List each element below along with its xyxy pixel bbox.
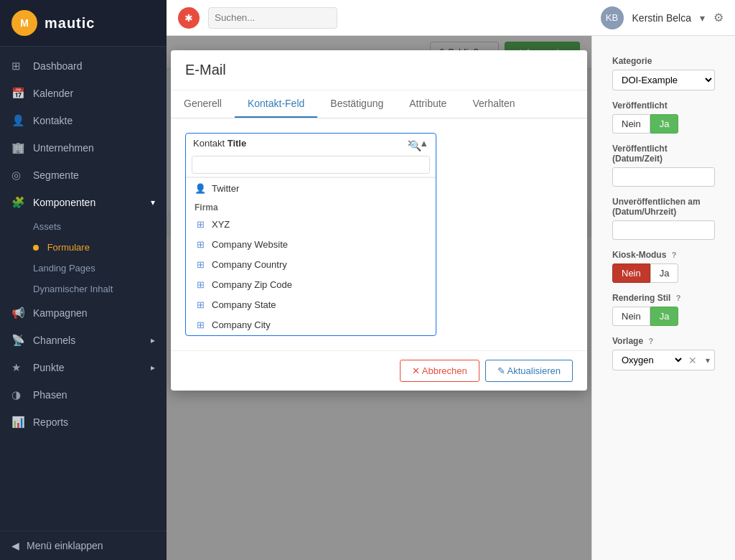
sidebar-label-punkte: Punkte — [33, 362, 65, 373]
veroeffentlicht-toggle: Nein Ja — [612, 114, 715, 134]
right-panel: Kategorie DOI-Example Veröffentlicht Nei… — [591, 36, 735, 560]
dropdown-item-company-city[interactable]: ⊞ Company City — [186, 314, 436, 335]
select-search-input[interactable] — [192, 156, 430, 174]
cancel-button[interactable]: ✕ Abbrechen — [400, 360, 479, 382]
svg-text:M: M — [20, 17, 29, 29]
sidebar-item-phasen[interactable]: ◑ Phasen — [0, 381, 167, 409]
vorlage-label: Vorlage ? — [612, 336, 715, 346]
center-area: & Schließen ✓ Anwenden ✎ 🗑 ✎ Absenden ✎ — [167, 36, 591, 560]
tab-attribute[interactable]: Attribute — [396, 90, 459, 118]
kalender-icon: 📅 — [11, 87, 26, 100]
sidebar-item-reports[interactable]: 📊 Reports — [0, 409, 167, 436]
dropdown-item-xyz[interactable]: ⊞ XYZ — [186, 214, 436, 234]
kategorie-select[interactable]: DOI-Example — [612, 70, 715, 90]
sidebar-collapse-btn[interactable]: ◀ Menü einklappen — [0, 531, 167, 560]
logo-icon: M — [11, 10, 37, 36]
tab-bestaetigung[interactable]: Bestätigung — [317, 90, 396, 118]
kategorie-group: Kategorie DOI-Example — [612, 56, 715, 90]
veroeffentlicht-datum-label: Veröffentlicht (Datum/Zeit) — [612, 144, 715, 164]
dropdown-label-company-website: Company Website — [212, 239, 288, 250]
sidebar-label-dynamischer-inhalt: Dynamischer Inhalt — [33, 284, 113, 294]
dropdown-item-company-zip[interactable]: ⊞ Company Zip Code — [186, 274, 436, 294]
dashboard-icon: ⊞ — [11, 60, 26, 73]
search-input[interactable] — [208, 7, 337, 29]
user-dropdown-icon[interactable]: ▾ — [700, 12, 705, 24]
rendering-toggle: Nein Ja — [612, 307, 715, 326]
sidebar-label-formulare: Formulare — [47, 242, 90, 253]
tab-kontakt-feld[interactable]: Kontakt-Feld — [235, 90, 317, 118]
dropdown-item-twitter[interactable]: 👤 Twitter — [186, 178, 436, 198]
search-icon: 🔍 — [409, 140, 421, 151]
vorlage-clear-icon[interactable]: ✕ — [684, 355, 701, 366]
reports-icon: 📊 — [11, 416, 26, 429]
sidebar-submenu-komponenten: Assets Formulare Landing Pages Dynamisch… — [0, 216, 167, 299]
sidebar-label-kontakte: Kontakte — [33, 115, 72, 126]
tab-generell[interactable]: Generell — [171, 90, 235, 118]
sidebar-item-channels[interactable]: 📡 Channels ▸ — [0, 327, 167, 354]
rendering-ja-btn[interactable]: Ja — [650, 307, 679, 326]
select-value: Title — [228, 138, 247, 149]
sidebar: M mautic ⊞ Dashboard 📅 Kalender 👤 Kontak… — [0, 0, 167, 560]
main-area: ✱ KB Kerstin Belca ▾ ⚙ & Schließen ✓ Anw… — [167, 0, 735, 560]
komponenten-icon: 🧩 — [11, 196, 26, 209]
unternehmen-icon: 🏢 — [11, 141, 26, 154]
user-name[interactable]: Kerstin Belca — [632, 12, 691, 24]
sidebar-label-channels: Channels — [33, 335, 75, 346]
sidebar-item-dashboard[interactable]: ⊞ Dashboard — [0, 52, 167, 80]
dropdown-label-company-city: Company City — [212, 319, 271, 330]
gear-icon[interactable]: ⚙ — [713, 11, 724, 24]
sidebar-item-segmente[interactable]: ◎ Segmente — [0, 162, 167, 189]
vorlage-select[interactable]: Oxygen — [613, 350, 684, 370]
rendering-help-icon[interactable]: ? — [676, 294, 681, 302]
dropdown-item-company-country[interactable]: ⊞ Company Country — [186, 254, 436, 274]
sidebar-item-assets[interactable]: Assets — [33, 216, 167, 237]
sidebar-item-dynamischer-inhalt[interactable]: Dynamischer Inhalt — [33, 279, 167, 299]
sidebar-label-reports: Reports — [33, 416, 68, 428]
veroeffentlicht-nein-btn[interactable]: Nein — [612, 114, 650, 134]
sidebar-item-formulare[interactable]: Formulare — [33, 237, 167, 258]
sidebar-label-phasen: Phasen — [33, 389, 67, 401]
dropdown-item-company-phone[interactable]: ⊞ Company Phone — [186, 335, 436, 335]
veroeffentlicht-label: Veröffentlicht — [612, 101, 715, 111]
tab-verhalten[interactable]: Verhalten — [459, 90, 528, 118]
avatar: KB — [601, 6, 624, 29]
sidebar-label-dashboard: Dashboard — [33, 60, 83, 72]
sidebar-label-segmente: Segmente — [33, 169, 79, 181]
vorlage-dropdown-icon[interactable]: ▾ — [701, 355, 714, 365]
sidebar-item-unternehmen[interactable]: 🏢 Unternehmen — [0, 134, 167, 162]
sidebar-item-punkte[interactable]: ★ Punkte ▸ — [0, 354, 167, 381]
kiosk-ja-btn[interactable]: Ja — [650, 263, 679, 283]
punkte-icon: ★ — [11, 361, 26, 374]
rendering-nein-btn[interactable]: Nein — [612, 307, 650, 326]
sidebar-item-komponenten[interactable]: 🧩 Komponenten ▾ — [0, 189, 167, 216]
dropdown-item-company-state[interactable]: ⊞ Company State — [186, 294, 436, 314]
person-icon: 👤 — [195, 182, 206, 194]
veroeffentlicht-ja-btn[interactable]: Ja — [650, 114, 679, 134]
sidebar-item-kampagnen[interactable]: 📢 Kampagnen — [0, 299, 167, 327]
select-label: Kontakt — [193, 138, 225, 149]
kiosk-nein-btn[interactable]: Nein — [612, 263, 650, 283]
sidebar-label-landing-pages: Landing Pages — [33, 263, 95, 274]
vorlage-group: Vorlage ? Oxygen ✕ ▾ — [612, 336, 715, 370]
unveroffentlicht-input[interactable] — [612, 220, 715, 240]
grid-icon-country: ⊞ — [195, 258, 206, 270]
dropdown-label-company-country: Company Country — [212, 259, 287, 270]
sidebar-item-kontakte[interactable]: 👤 Kontakte — [0, 107, 167, 134]
sidebar-item-landing-pages[interactable]: Landing Pages — [33, 258, 167, 279]
dropdown-label-company-state: Company State — [212, 299, 276, 310]
contact-field-select[interactable]: Kontakt Title ✕ ▲ 🔍 — [185, 133, 436, 336]
unveroffentlicht-group: Unveröffentlichen am (Datum/Uhrzeit) — [612, 197, 715, 240]
modal-footer: ✕ Abbrechen ✎ Aktualisieren — [171, 350, 587, 391]
modal-header: E-Mail — [171, 50, 587, 90]
veroeffentlicht-datum-input[interactable] — [612, 167, 715, 187]
dropdown-item-company-website[interactable]: ⊞ Company Website — [186, 234, 436, 254]
sidebar-footer-label: Menü einklappen — [27, 540, 103, 551]
vorlage-help-icon[interactable]: ? — [648, 337, 653, 345]
channels-icon: 📡 — [11, 334, 26, 347]
update-button[interactable]: ✎ Aktualisieren — [485, 360, 573, 382]
notification-icon[interactable]: ✱ — [178, 7, 200, 29]
phasen-icon: ◑ — [11, 388, 26, 401]
kiosk-help-icon[interactable]: ? — [672, 251, 677, 259]
select-header[interactable]: Kontakt Title ✕ ▲ — [186, 134, 436, 153]
sidebar-item-kalender[interactable]: 📅 Kalender — [0, 80, 167, 107]
